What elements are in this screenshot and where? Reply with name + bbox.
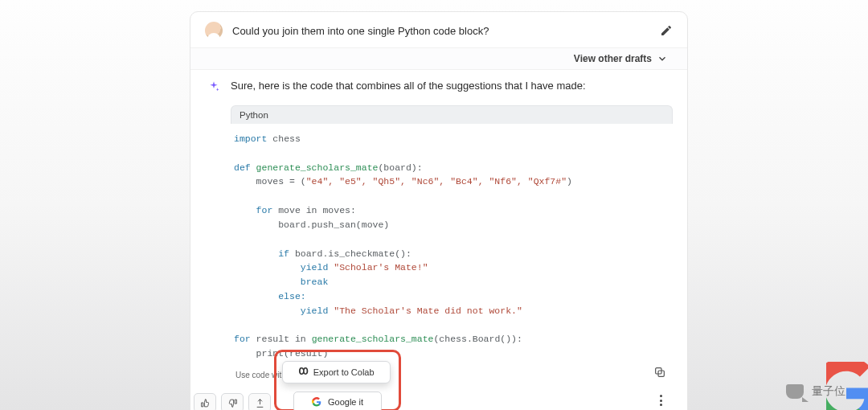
drafts-label: View other drafts xyxy=(574,53,652,64)
edit-icon[interactable] xyxy=(660,24,673,37)
google-logo-icon xyxy=(312,397,321,407)
speech-bubble-icon xyxy=(786,384,804,399)
export-label: Export to Colab xyxy=(313,367,375,377)
more-menu-icon[interactable] xyxy=(655,395,666,406)
assistant-answer-text: Sure, here is the code that combines all… xyxy=(231,80,586,92)
google-g-corner xyxy=(826,362,868,410)
chat-card: Could you join them into one single Pyth… xyxy=(190,11,688,410)
assistant-answer-row: Sure, here is the code that combines all… xyxy=(190,70,687,100)
code-content: import chess def generate_scholars_mate(… xyxy=(231,124,673,364)
share-button[interactable] xyxy=(248,393,271,410)
google-it-button[interactable]: Google it xyxy=(293,392,382,410)
view-other-drafts[interactable]: View other drafts xyxy=(190,47,687,70)
sparkle-icon xyxy=(207,80,221,94)
code-language-label: Python xyxy=(231,105,673,124)
copy-icon[interactable] xyxy=(653,366,666,379)
chevron-down-icon xyxy=(657,53,668,64)
thumbs-down-button[interactable] xyxy=(221,393,244,410)
feedback-row xyxy=(194,393,271,410)
user-prompt-row: Could you join them into one single Pyth… xyxy=(190,12,687,47)
code-toolbar: Use code with CO Export to Colab xyxy=(231,359,673,410)
export-to-colab-button[interactable]: CO Export to Colab xyxy=(282,361,391,383)
user-prompt-text: Could you join them into one single Pyth… xyxy=(232,25,650,37)
thumbs-up-button[interactable] xyxy=(194,393,216,410)
colab-icon: CO xyxy=(298,367,306,378)
user-avatar xyxy=(205,22,223,39)
code-block: Python import chess def generate_scholar… xyxy=(231,105,673,364)
google-it-label: Google it xyxy=(328,397,363,407)
